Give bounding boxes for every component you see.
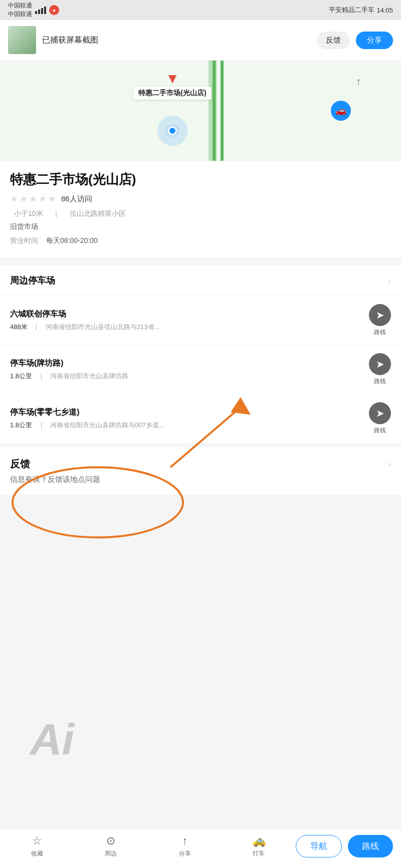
nav-items: ☆ 收藏 ⊙ 周边 ↑ 分享 🚕 打车 (0, 834, 296, 858)
status-bar: 中国联通中国联通 ● 平安精品二手车 14:05 (0, 0, 401, 20)
route-main-button[interactable]: 路线 (348, 835, 393, 857)
route-icon-2: ➤ (369, 353, 391, 375)
parking-meta-2: 1.8公里 ｜ 河南省信阳市光山县牌坊路 (10, 372, 369, 381)
parking-item-2: 停车场(牌坊路) 1.8公里 ｜ 河南省信阳市光山县牌坊路 ➤ 路线 (0, 345, 401, 394)
parking-item-3: 停车场(零零七乡道) 1.8公里 ｜ 河南省信阳市光山县牌坊路与007乡道...… (0, 394, 401, 443)
parking-section: 周边停车场 › 六城联创停车场 488米 ｜ 河南省信阳市光山县弦山北路与213… (0, 265, 401, 443)
current-location-dot (157, 116, 187, 146)
signal-bars (35, 7, 46, 14)
parking-name-2: 停车场(牌坊路) (10, 358, 369, 369)
parking-chevron-icon: › (388, 275, 391, 286)
star-1: ★ (10, 193, 18, 204)
location-separator: ｜ (53, 209, 62, 217)
route-button-2[interactable]: ➤ 路线 (369, 353, 391, 386)
parking-dist-2: 1.8公里 (10, 372, 32, 380)
nearby-icon: ⊙ (106, 834, 115, 847)
share-icon: ↑ (182, 834, 187, 847)
thumb-inner (8, 26, 36, 54)
capture-share-button[interactable]: 分享 (356, 32, 393, 49)
parking-name-1: 六城联创停车场 (10, 309, 369, 320)
map-road-green-2 (221, 61, 224, 161)
star-5: ★ (48, 193, 56, 204)
parking-addr-3: 河南省信阳市光山县牌坊路与007乡道... (50, 421, 164, 429)
hours-text: 每天08:00-20:00 (46, 236, 98, 245)
route-label-2: 路线 (374, 377, 386, 386)
parking-info-3: 停车场(零零七乡道) 1.8公里 ｜ 河南省信阳市光山县牌坊路与007乡道... (10, 407, 369, 430)
map-location-label: 特惠二手市场(光山店) (133, 87, 211, 100)
signal-bar-4 (44, 7, 46, 14)
nav-item-collect[interactable]: ☆ 收藏 (17, 834, 57, 858)
route-label-3: 路线 (374, 426, 386, 435)
parking-info-2: 停车场(牌坊路) 1.8公里 ｜ 河南省信阳市光山县牌坊路 (10, 358, 369, 381)
route-icon-3: ➤ (369, 402, 391, 424)
route-button-1[interactable]: ➤ 路线 (369, 304, 391, 337)
category-row: 旧货市场 (10, 222, 391, 231)
parking-title: 周边停车场 (10, 274, 55, 286)
parking-item-1: 六城联创停车场 488米 ｜ 河南省信阳市光山县弦山北路与213省... ➤ 路… (0, 296, 401, 345)
section-divider-1 (0, 261, 401, 265)
nav-item-nearby[interactable]: ⊙ 周边 (91, 834, 131, 858)
right-text: 平安精品二手车 (329, 6, 374, 15)
bottom-navigation: ☆ 收藏 ⊙ 周边 ↑ 分享 🚕 打车 导航 路线 (0, 829, 401, 868)
mic-icon: ● (49, 5, 59, 15)
map-current-location (157, 116, 187, 146)
map-section[interactable]: ▼ 特惠二手市场(光山店) 🚗 ↑ (0, 61, 401, 161)
guide-button[interactable]: 导航 (296, 835, 342, 857)
nav-item-share[interactable]: ↑ 分享 (165, 834, 205, 858)
parking-sep-1: ｜ (33, 323, 40, 331)
stars: ★ ★ ★ ★ ★ (10, 193, 56, 204)
capture-text: 已捕获屏幕截图 (42, 35, 311, 46)
bottom-spacer (0, 494, 401, 544)
collect-icon: ☆ (32, 834, 42, 847)
capture-bar: 已捕获屏幕截图 反馈 分享 (0, 20, 401, 61)
share-label: 分享 (179, 849, 191, 858)
feedback-chevron-icon: › (388, 459, 391, 469)
route-icon-1: ➤ (369, 304, 391, 326)
parking-sep-2: ｜ (38, 372, 45, 380)
parking-meta-3: 1.8公里 ｜ 河南省信阳市光山县牌坊路与007乡道... (10, 421, 369, 430)
parking-dist-3: 1.8公里 (10, 421, 32, 429)
nav-actions: 导航 路线 (296, 835, 401, 857)
page-container: 中国联通中国联通 ● 平安精品二手车 14:05 已捕获屏幕截图 反馈 分享 (0, 0, 401, 544)
parking-info-1: 六城联创停车场 488米 ｜ 河南省信阳市光山县弦山北路与213省... (10, 309, 369, 332)
ai-label: Ai (30, 714, 74, 765)
parking-meta-1: 488米 ｜ 河南省信阳市光山县弦山北路与213省... (10, 323, 369, 332)
status-right: 平安精品二手车 14:05 (329, 6, 393, 15)
annotation-area: 反馈 › 信息有误？反馈该地点问题 Ai (0, 447, 401, 494)
parking-dist-1: 488米 (10, 323, 28, 331)
parking-sep-3: ｜ (38, 421, 45, 429)
current-location-inner (168, 126, 177, 135)
map-road-green-1 (213, 61, 216, 161)
hours-row: 营业时间 每天08:00-20:00 (10, 236, 391, 245)
nearby-label: 周边 (105, 849, 117, 858)
collect-label: 收藏 (31, 849, 43, 858)
feedback-description: 信息有误？反馈该地点问题 (0, 475, 401, 494)
feedback-title: 反馈 (10, 457, 30, 471)
visit-count: 86人访问 (61, 194, 92, 204)
star-2: ★ (20, 193, 28, 204)
hours-label: 营业时间 (10, 236, 38, 245)
capture-feedback-button[interactable]: 反馈 (317, 32, 350, 49)
route-button-3[interactable]: ➤ 路线 (369, 402, 391, 435)
feedback-header: 反馈 › (0, 447, 401, 475)
address-text: 弦山北路精茶小区 (70, 209, 126, 217)
signal-bar-2 (38, 10, 40, 14)
distance-text: 小于10米 (14, 209, 43, 217)
feedback-section[interactable]: 反馈 › 信息有误？反馈该地点问题 (0, 447, 401, 494)
taxi-label: 打车 (253, 849, 265, 858)
star-4: ★ (39, 193, 47, 204)
status-left: 中国联通中国联通 ● (8, 2, 59, 19)
capture-thumbnail (8, 26, 36, 54)
map-location-pin: ▼ (165, 71, 179, 87)
map-road-1 (209, 61, 213, 161)
carrier-text: 中国联通中国联通 (8, 2, 32, 19)
info-section: 特惠二手市场(光山店) ★ ★ ★ ★ ★ 86人访问 小于10米 ｜ 弦山北路… (0, 161, 401, 261)
nav-item-taxi[interactable]: 🚕 打车 (239, 834, 279, 858)
taxi-icon: 🚕 (252, 834, 266, 847)
parking-header[interactable]: 周边停车场 › (0, 265, 401, 296)
parking-addr-2: 河南省信阳市光山县牌坊路 (50, 372, 128, 380)
map-nav-arrow: ↑ (356, 76, 361, 87)
map-car-icon: 🚗 (331, 101, 351, 121)
map-background: ▼ 特惠二手市场(光山店) 🚗 ↑ (0, 61, 401, 161)
place-name: 特惠二手市场(光山店) (10, 171, 391, 188)
